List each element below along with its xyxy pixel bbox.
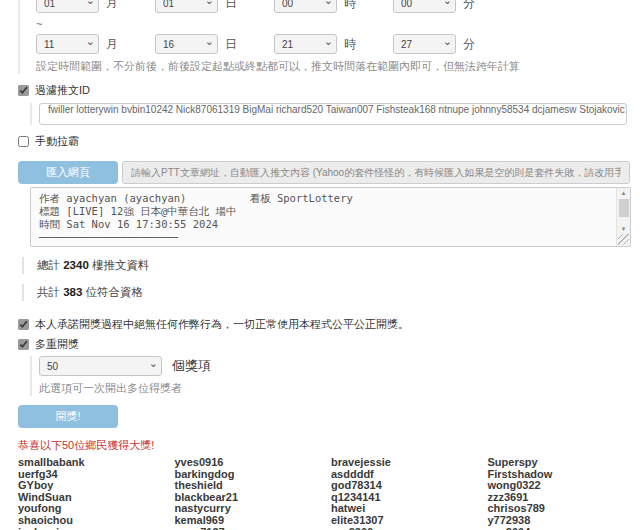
draw-button[interactable]: 開獎! — [18, 405, 118, 428]
end-hour-select[interactable]: 21 — [274, 34, 337, 54]
range-separator: ~ — [36, 18, 640, 30]
end-minute-select-wrap: 27 ⌄ — [393, 34, 456, 54]
winner-name: cano7127 — [175, 527, 318, 530]
pledge-checkbox[interactable] — [18, 319, 29, 330]
hour-label: 時 — [344, 0, 356, 12]
hour-label: 時 — [344, 36, 356, 53]
winner-name: shaoichou — [18, 515, 161, 527]
day-label: 日 — [225, 36, 237, 53]
scroll-up-icon[interactable]: ▲ — [621, 188, 627, 198]
manual-slot-checkbox[interactable] — [18, 136, 29, 147]
datetime-range-group: 01 ⌄ 月 01 ⌄ 日 00 ⌄ 時 00 ⌄ 分 ~ 11 — [18, 0, 640, 74]
id-filter-input[interactable]: fwiller lotterywin bvbin10242 Nick870613… — [39, 103, 627, 125]
article-url-input[interactable] — [122, 161, 630, 184]
lottery-tool-page: 01 ⌄ 月 01 ⌄ 日 00 ⌄ 時 00 ⌄ 分 ~ 11 — [0, 0, 640, 530]
start-month-select-wrap: 01 ⌄ — [36, 0, 99, 13]
id-filter-row: 過濾推文ID — [18, 83, 640, 98]
winner-name: bravejessie — [331, 457, 474, 469]
winner-name: y772938 — [488, 515, 631, 527]
congrats-message: 恭喜以下50位鄉民獲得大獎! — [18, 438, 640, 453]
pledge-row: 本人承諾開獎過程中絕無任何作弊行為，一切正常使用本程式公平公正開獎。 — [18, 317, 640, 332]
import-page-button[interactable]: 匯入網頁 — [18, 161, 118, 184]
prize-count-select-wrap: 50 ⌄ — [39, 356, 162, 376]
winner-name: smallbabank — [18, 457, 161, 469]
start-hour-select[interactable]: 00 — [274, 0, 337, 13]
end-datetime-row: 11 ⌄ 月 16 ⌄ 日 21 ⌄ 時 27 ⌄ 分 — [36, 34, 640, 54]
winner-name: rou2266 — [331, 527, 474, 530]
month-label: 月 — [106, 0, 118, 12]
id-filter-checkbox[interactable] — [18, 85, 29, 96]
winner-name: insleeping — [18, 527, 161, 530]
total-comments-stat: 總計 2340 樓推文資料 — [22, 257, 640, 274]
minute-label: 分 — [463, 36, 475, 53]
winner-name: qaz2004 — [488, 527, 631, 530]
start-month-select[interactable]: 01 — [36, 0, 99, 13]
resize-grip-icon[interactable] — [618, 234, 629, 245]
multi-draw-hint: 此選項可一次開出多位得獎者 — [39, 381, 640, 396]
end-month-select-wrap: 11 ⌄ — [36, 34, 99, 54]
end-minute-select[interactable]: 27 — [393, 34, 456, 54]
multi-draw-row: 多重開獎 — [18, 337, 640, 352]
start-day-select-wrap: 01 ⌄ — [155, 0, 218, 13]
article-textarea[interactable]: 作者 ayachyan (ayachyan) 看板 SportLottery 標… — [30, 187, 631, 247]
id-filter-input-group: fwiller lotterywin bvbin10242 Nick870613… — [30, 103, 640, 125]
start-minute-select[interactable]: 00 — [393, 0, 456, 13]
time-range-hint: 設定時間範圍，不分前後，前後設定起點或終點都可以，推文時間落在範圍內即可，但無法… — [36, 59, 640, 74]
article-content: 作者 ayachyan (ayachyan) 看板 SportLottery 標… — [31, 188, 630, 247]
winner-name: elite31307 — [331, 515, 474, 527]
manual-slot-row: 手動拉霸 — [18, 134, 640, 149]
end-day-select[interactable]: 16 — [155, 34, 218, 54]
end-hour-select-wrap: 21 ⌄ — [274, 34, 337, 54]
day-label: 日 — [225, 0, 237, 12]
start-datetime-row: 01 ⌄ 月 01 ⌄ 日 00 ⌄ 時 00 ⌄ 分 — [36, 0, 640, 13]
end-month-select[interactable]: 11 — [36, 34, 99, 54]
multi-draw-checkbox[interactable] — [18, 339, 29, 350]
scroll-down-icon[interactable]: ▼ — [621, 224, 627, 234]
winner-list: smallbabankuerfg34GYboyWindSuanyoufongsh… — [18, 457, 630, 530]
multi-draw-options-group: 50 ⌄ 個獎項 此選項可一次開出多位得獎者 — [30, 356, 640, 396]
start-day-select[interactable]: 01 — [155, 0, 218, 13]
prize-unit-label: 個獎項 — [172, 357, 211, 375]
end-day-select-wrap: 16 ⌄ — [155, 34, 218, 54]
winner-name: Superspy — [488, 457, 631, 469]
multi-draw-label: 多重開獎 — [35, 337, 79, 352]
manual-slot-label: 手動拉霸 — [35, 134, 79, 149]
scrollbar-thumb[interactable] — [619, 199, 629, 217]
total-comments-count: 2340 — [63, 259, 89, 271]
winner-name: yves0916 — [175, 457, 318, 469]
id-filter-label: 過濾推文ID — [35, 83, 90, 98]
qualified-users-count: 383 — [63, 286, 82, 298]
import-row: 匯入網頁 — [18, 161, 640, 184]
prize-count-select[interactable]: 50 — [39, 356, 162, 376]
minute-label: 分 — [463, 0, 475, 12]
winner-name: kemal969 — [175, 515, 318, 527]
qualified-users-stat: 共計 383 位符合資格 — [22, 284, 640, 301]
start-minute-select-wrap: 00 ⌄ — [393, 0, 456, 13]
pledge-label: 本人承諾開獎過程中絕無任何作弊行為，一切正常使用本程式公平公正開獎。 — [35, 317, 409, 332]
month-label: 月 — [106, 36, 118, 53]
start-hour-select-wrap: 00 ⌄ — [274, 0, 337, 13]
